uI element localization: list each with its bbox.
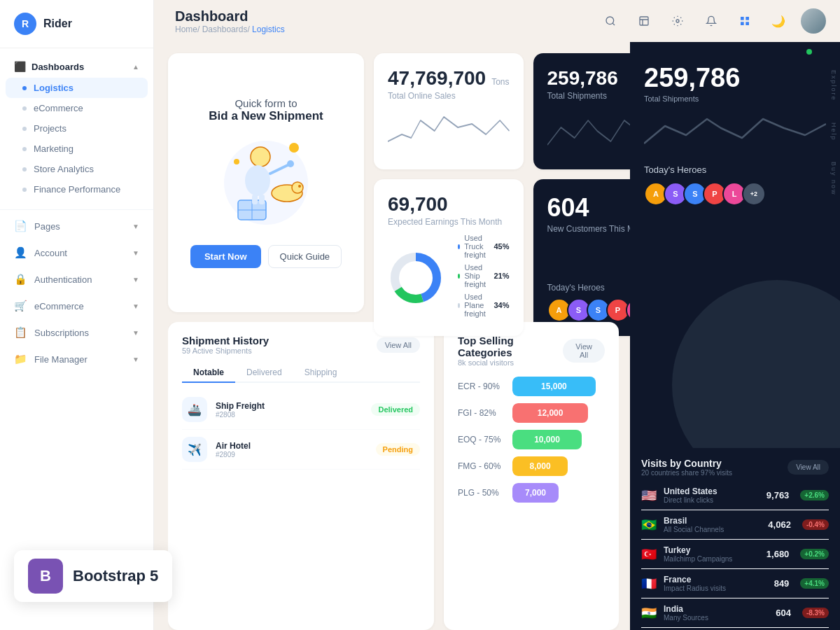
category-fmg: FMG - 60% 8,000 xyxy=(458,456,605,476)
visits-view-all-button[interactable]: View All xyxy=(788,460,829,475)
visits-subtitle: 20 countries share 97% visits xyxy=(641,469,732,477)
chevron-icon: ▼ xyxy=(132,329,139,337)
tab-notable[interactable]: Notable xyxy=(182,363,235,383)
tab-delivered[interactable]: Delivered xyxy=(235,363,293,383)
fr-value: 849 xyxy=(774,578,790,589)
logo-text: Rider xyxy=(43,18,72,30)
cat-fgi-label: FGI - 82% xyxy=(458,408,505,418)
svg-point-8 xyxy=(289,143,299,153)
search-button[interactable] xyxy=(599,10,622,32)
svg-rect-21 xyxy=(259,195,265,204)
tr-info: Turkey Mailchimp Campaigns xyxy=(664,545,760,563)
new-customers-card: 604 New Customers This Month Today's Her… xyxy=(533,179,631,336)
cat-plg-bar: 7,000 xyxy=(512,483,605,503)
dark-top-section: 259,786 Total Shipments Today's Heroes A… xyxy=(630,42,840,448)
visits-title: Visits by Country xyxy=(641,458,732,469)
sidebar-item-store-analytics[interactable]: Store Analytics xyxy=(0,159,153,179)
air-hotel-info: Air Hotel #2809 xyxy=(216,441,368,458)
br-sub: All Social Channels xyxy=(664,526,761,533)
top-selling-view-all-button[interactable]: View All xyxy=(563,339,605,363)
in-value: 604 xyxy=(776,608,791,618)
us-flag: 🇺🇸 xyxy=(641,488,657,503)
settings-button[interactable] xyxy=(666,10,689,32)
online-indicator xyxy=(806,49,812,55)
chart-button[interactable] xyxy=(633,10,655,32)
start-now-button[interactable]: Start Now xyxy=(190,245,261,268)
tr-change: +0.2% xyxy=(800,549,829,559)
legend-truck: Used Truck freight 45% xyxy=(458,234,510,259)
user-avatar[interactable] xyxy=(801,8,826,34)
sidebar-item-pages[interactable]: 📄 Pages ▼ xyxy=(0,213,153,239)
sidebar-item-marketing[interactable]: Marketing xyxy=(0,139,153,159)
subscriptions-icon: 📋 xyxy=(14,326,27,339)
ship-freight-status: Delivered xyxy=(371,403,420,416)
ship-freight-icon: 🚢 xyxy=(182,397,207,422)
shipment-subtitle: 59 Active Shipments xyxy=(182,346,269,355)
cat-eoq-bar: 10,000 xyxy=(512,430,605,449)
sidebar-item-logistics[interactable]: Logistics xyxy=(6,78,148,98)
svg-rect-1 xyxy=(640,17,648,25)
legend-plane: Used Plane freight 34% xyxy=(458,293,510,318)
help-label[interactable]: Help xyxy=(830,122,837,141)
dashboards-icon: ⬛ xyxy=(14,61,26,72)
earnings-label: Expected Earnings This Month xyxy=(388,217,510,227)
ship-freight-id: #2808 xyxy=(216,411,363,419)
sidebar-item-ecommerce2[interactable]: 🛒 eCommerce ▼ xyxy=(0,293,153,319)
dark-shipments-chart xyxy=(644,108,826,150)
breadcrumb-home: Home/ xyxy=(175,24,202,34)
notifications-button[interactable] xyxy=(700,10,722,32)
breadcrumb-dashboards: Dashboards/ xyxy=(202,24,252,34)
ship-freight-info: Ship Freight #2808 xyxy=(216,401,363,419)
category-eoq: EOQ - 75% 10,000 xyxy=(458,430,605,449)
svg-rect-5 xyxy=(741,22,744,25)
sidebar-dashboards-header[interactable]: ⬛ Dashboards ▲ xyxy=(0,55,153,78)
customers-value: 604 xyxy=(547,193,631,223)
tab-shipping[interactable]: Shipping xyxy=(293,363,349,383)
bootstrap-icon: B xyxy=(28,559,63,594)
account-icon: 👤 xyxy=(14,246,27,259)
air-hotel-status: Pending xyxy=(376,443,420,456)
quick-guide-button[interactable]: Quick Guide xyxy=(268,245,342,268)
in-info: India Many Sources xyxy=(664,604,769,622)
fr-sub: Impact Radius visits xyxy=(664,584,767,592)
sidebar-item-projects[interactable]: Projects xyxy=(0,118,153,139)
dot-icon xyxy=(22,106,27,111)
shipment-view-all-button[interactable]: View All xyxy=(377,337,420,353)
grid-view-button[interactable] xyxy=(734,10,756,32)
sidebar: R Rider ⬛ Dashboards ▲ Logistics eCommer… xyxy=(0,0,154,630)
sidebar-item-subscriptions[interactable]: 📋 Subscriptions ▼ xyxy=(0,319,153,346)
sidebar-item-authentication[interactable]: 🔒 Authentication ▼ xyxy=(0,266,153,293)
heroes-title: Today's Heroes xyxy=(547,283,631,293)
cat-ecr-bar: 15,000 xyxy=(512,377,605,396)
sidebar-item-account[interactable]: 👤 Account ▼ xyxy=(0,239,153,266)
country-row-br: 🇧🇷 Brasil All Social Channels 4,062 -0.4… xyxy=(641,510,829,540)
sidebar-logo[interactable]: R Rider xyxy=(0,0,153,48)
logo-icon: R xyxy=(14,13,36,35)
cat-plg-value: 7,000 xyxy=(512,483,559,503)
dark-mode-button[interactable]: 🌙 xyxy=(767,10,790,32)
buy-now-label[interactable]: Buy now xyxy=(830,162,837,196)
cat-fmg-value: 8,000 xyxy=(512,456,568,476)
visits-header: Visits by Country 20 countries share 97%… xyxy=(641,458,829,477)
sidebar-item-ecommerce[interactable]: eCommerce xyxy=(0,98,153,118)
category-plg: PLG - 50% 7,000 xyxy=(458,483,605,503)
ship-freight-name: Ship Freight xyxy=(216,401,363,411)
br-value: 4,062 xyxy=(768,519,791,530)
visits-section: Visits by Country 20 countries share 97%… xyxy=(630,448,840,630)
ship-dot xyxy=(458,274,460,279)
explore-label[interactable]: Explore xyxy=(830,70,837,102)
sidebar-dashboards-section: ⬛ Dashboards ▲ Logistics eCommerce Proje… xyxy=(0,48,153,206)
cat-fmg-label: FMG - 60% xyxy=(458,461,505,471)
heroes-section: Today's Heroes A S S P L +2 xyxy=(547,283,631,322)
stats-grid: 47,769,700 Tons Total Online Sales 2 xyxy=(374,53,630,312)
sidebar-item-file-manager[interactable]: 📁 File Manager ▼ xyxy=(0,346,153,372)
dot-icon xyxy=(22,86,27,90)
cat-fgi-bar: 12,000 xyxy=(512,403,605,423)
sidebar-item-finance-performance[interactable]: Finance Performance xyxy=(0,179,153,200)
category-ecr: ECR - 90% 15,000 xyxy=(458,377,605,396)
sidebar-item-projects-label: Projects xyxy=(34,123,66,134)
tr-value: 1,680 xyxy=(766,549,790,559)
dot-icon xyxy=(22,188,27,192)
sidebar-item-logistics-label: Logistics xyxy=(34,83,74,93)
ecommerce-icon: 🛒 xyxy=(14,300,27,312)
